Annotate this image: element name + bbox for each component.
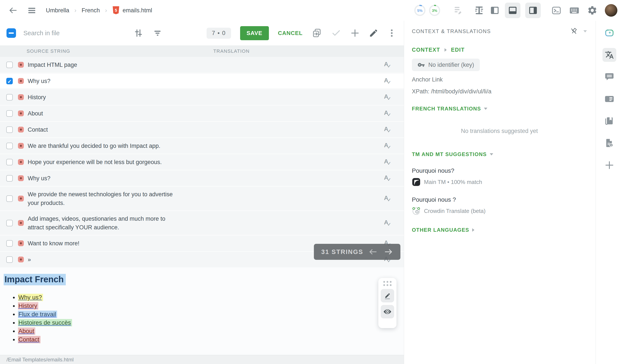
suggest-translation-icon[interactable]: A✓ bbox=[383, 219, 392, 227]
tm-icon bbox=[412, 178, 421, 186]
suggest-translation-icon[interactable]: A✓ bbox=[383, 93, 392, 101]
row-checkbox-checked[interactable] bbox=[6, 78, 13, 84]
row-checkbox[interactable] bbox=[6, 61, 13, 68]
string-row[interactable]: AboutA✓ bbox=[0, 105, 404, 121]
next-page-button[interactable] bbox=[384, 248, 393, 256]
breadcrumb-language[interactable]: French bbox=[82, 7, 100, 14]
row-checkbox[interactable] bbox=[6, 195, 13, 202]
row-checkbox[interactable] bbox=[6, 159, 13, 165]
translated-progress-ring[interactable]: 5% bbox=[414, 4, 426, 17]
svg-text:5%: 5% bbox=[417, 9, 423, 13]
row-checkbox[interactable] bbox=[6, 220, 13, 226]
crowdin-translate-icon bbox=[412, 207, 421, 215]
add-panel-button[interactable] bbox=[602, 158, 616, 172]
untranslated-status-icon bbox=[18, 127, 24, 133]
string-key-pill[interactable]: No identifier (key) bbox=[412, 59, 480, 71]
string-info-tab-button[interactable] bbox=[602, 92, 616, 106]
suggest-translation-icon[interactable]: A✓ bbox=[383, 109, 392, 118]
preview-link[interactable]: Flux de travail bbox=[18, 311, 57, 318]
drag-handle-icon[interactable] bbox=[383, 281, 392, 286]
copy-source-button[interactable] bbox=[312, 28, 322, 38]
string-row[interactable]: Hope your experience will be not less bu… bbox=[0, 154, 404, 170]
row-checkbox[interactable] bbox=[6, 256, 13, 263]
source-string-header: SOURCE STRING bbox=[27, 48, 70, 54]
tab-edit[interactable]: EDIT bbox=[451, 47, 465, 53]
strings-count-label: 31 STRINGS bbox=[321, 248, 363, 256]
settings-button[interactable] bbox=[587, 5, 598, 16]
string-row[interactable]: Impact HTML pageA✓ bbox=[0, 57, 404, 73]
save-button[interactable]: SAVE bbox=[240, 26, 269, 40]
string-row[interactable]: We are thankful you decided to go with I… bbox=[0, 138, 404, 154]
edit-string-button[interactable] bbox=[369, 28, 378, 38]
back-button[interactable] bbox=[8, 6, 18, 15]
breadcrumb-file[interactable]: 5 emails.html bbox=[112, 6, 152, 15]
filter-button[interactable] bbox=[153, 28, 162, 38]
row-checkbox[interactable] bbox=[6, 94, 13, 101]
string-row[interactable]: HistoryA✓ bbox=[0, 89, 404, 105]
suggest-translation-icon[interactable]: A✓ bbox=[383, 77, 392, 85]
preview-link[interactable]: Why us? bbox=[18, 294, 43, 301]
console-button[interactable] bbox=[551, 5, 562, 16]
approved-progress-ring[interactable]: 3% bbox=[428, 4, 441, 17]
triangle-down-icon bbox=[484, 108, 487, 110]
row-checkbox[interactable] bbox=[6, 110, 13, 117]
unpin-panel-button[interactable] bbox=[570, 27, 578, 36]
bottom-panel-view-button[interactable] bbox=[505, 3, 520, 18]
preview-link[interactable]: History bbox=[18, 302, 38, 309]
suggest-translation-icon[interactable]: A✓ bbox=[383, 125, 392, 134]
string-row[interactable]: Why us?A✓ bbox=[0, 73, 404, 89]
collapse-panel-button[interactable] bbox=[583, 30, 587, 32]
search-input[interactable] bbox=[23, 30, 127, 37]
side-by-side-view-button[interactable] bbox=[474, 5, 485, 16]
left-panel-view-button[interactable] bbox=[489, 5, 500, 16]
suggest-translation-icon[interactable]: A✓ bbox=[383, 194, 392, 203]
string-row[interactable]: Why us?A✓ bbox=[0, 170, 404, 186]
shortcuts-button[interactable] bbox=[569, 5, 580, 16]
search-settings-button[interactable] bbox=[134, 28, 143, 38]
untranslated-status-icon bbox=[18, 62, 24, 68]
preview-link[interactable]: Contact bbox=[18, 336, 41, 343]
row-checkbox[interactable] bbox=[6, 175, 13, 182]
preview-link[interactable]: About bbox=[18, 327, 35, 335]
untranslated-status-icon bbox=[18, 240, 24, 246]
cancel-button[interactable]: CANCEL bbox=[278, 30, 303, 37]
preview-tools-card bbox=[378, 278, 397, 328]
row-checkbox[interactable] bbox=[6, 126, 13, 133]
string-row[interactable]: Add images, videos, questionaries and mu… bbox=[0, 211, 404, 235]
translation-suggestion[interactable]: Pourquoi nous ?Crowdin Translate (beta) bbox=[412, 196, 587, 215]
preview-view-mode-button[interactable] bbox=[381, 305, 394, 318]
row-checkbox[interactable] bbox=[6, 143, 13, 149]
approve-button[interactable] bbox=[331, 28, 341, 38]
preview-list-item: Why us? bbox=[18, 293, 404, 302]
draft-translations-button[interactable] bbox=[453, 5, 463, 16]
user-avatar[interactable] bbox=[605, 4, 617, 17]
suggest-translation-icon[interactable]: A✓ bbox=[383, 61, 392, 69]
previous-page-button[interactable] bbox=[368, 248, 378, 256]
translations-tab-button[interactable] bbox=[602, 48, 616, 62]
translation-suggestion[interactable]: Pourquoi nous?Main TM • 100% match bbox=[412, 167, 587, 186]
source-string-text: Want to know more! bbox=[28, 239, 79, 248]
suggest-translation-icon[interactable]: A✓ bbox=[383, 142, 392, 150]
breadcrumb-project[interactable]: Umbrella bbox=[46, 7, 69, 14]
select-all-checkbox[interactable] bbox=[6, 28, 16, 38]
tab-context[interactable]: CONTEXT bbox=[412, 47, 440, 53]
row-checkbox[interactable] bbox=[6, 240, 13, 247]
string-row[interactable]: ContactA✓ bbox=[0, 122, 404, 138]
suggest-translation-icon[interactable]: A✓ bbox=[383, 174, 392, 183]
comments-tab-button[interactable] bbox=[602, 70, 616, 84]
preview-link[interactable]: Histoires de succès bbox=[18, 319, 72, 326]
section-tm-mt-suggestions[interactable]: TM AND MT SUGGESTIONS bbox=[412, 151, 587, 157]
section-other-languages[interactable]: OTHER LANGUAGES bbox=[412, 227, 587, 233]
string-row[interactable]: We provide the newest technologies for y… bbox=[0, 186, 404, 211]
menu-button[interactable] bbox=[27, 6, 36, 15]
section-french-translations[interactable]: FRENCH TRANSLATIONS bbox=[412, 106, 587, 112]
preview-edit-mode-button[interactable] bbox=[381, 289, 394, 303]
right-panel-view-button[interactable] bbox=[525, 3, 541, 18]
add-string-button[interactable] bbox=[350, 28, 360, 38]
suggest-translation-icon[interactable]: A✓ bbox=[383, 158, 392, 166]
ai-assistant-button[interactable] bbox=[602, 26, 616, 40]
more-actions-button[interactable] bbox=[387, 28, 396, 38]
glossary-tab-button[interactable] bbox=[602, 114, 616, 128]
chevron-right-icon: › bbox=[74, 7, 76, 14]
file-context-tab-button[interactable] bbox=[602, 136, 616, 150]
